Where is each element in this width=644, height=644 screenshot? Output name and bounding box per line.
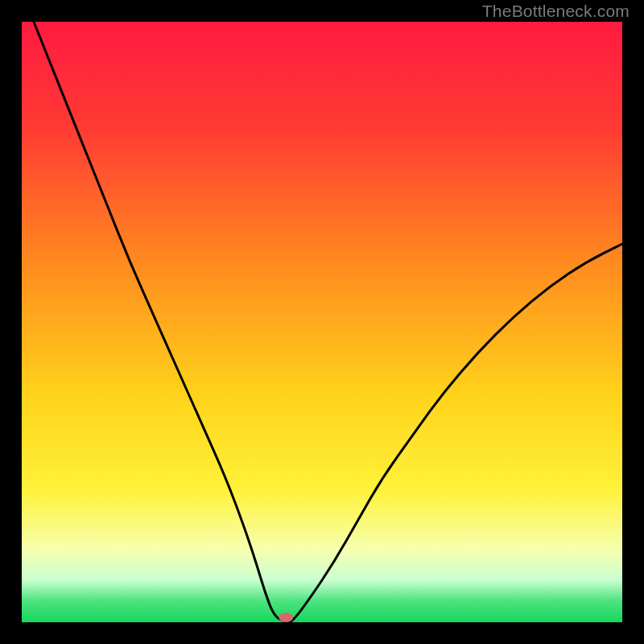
- chart-frame: TheBottleneck.com: [0, 0, 644, 644]
- bottleneck-chart: [0, 0, 644, 644]
- plot-background: [22, 22, 622, 622]
- watermark-text: TheBottleneck.com: [482, 2, 630, 21]
- optimal-point-marker: [279, 613, 293, 622]
